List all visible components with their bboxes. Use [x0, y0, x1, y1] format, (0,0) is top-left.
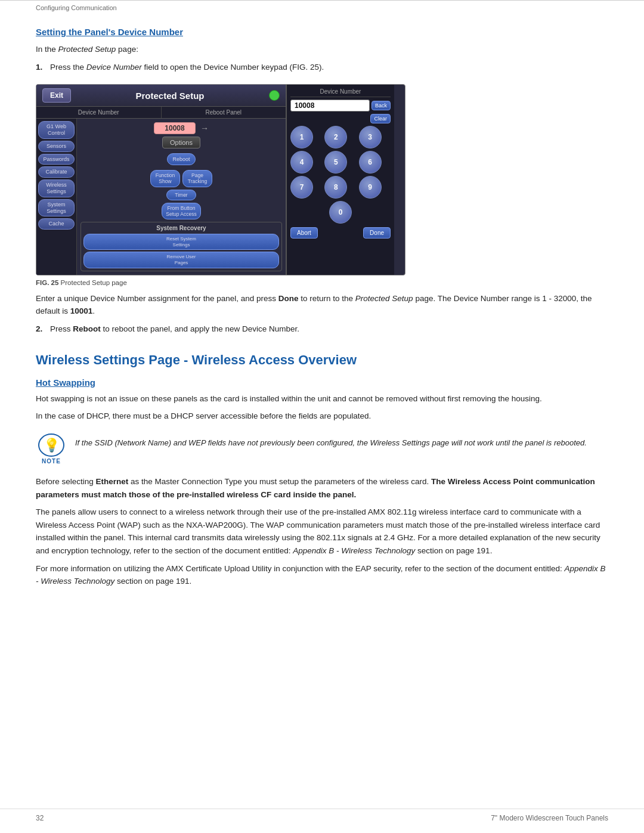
options-button[interactable]: Options [162, 137, 200, 148]
ps-main-area: 10008 → Options Reboot FunctionShow Pa [77, 119, 286, 274]
section2-para2: In the case of DHCP, there must be a DHC… [36, 410, 608, 423]
keypad-key-0[interactable]: 0 [329, 201, 352, 224]
note-box: 💡 NOTE If the SSID (Network Name) and WE… [36, 433, 608, 465]
keypad-key-5[interactable]: 5 [324, 151, 347, 174]
function-buttons-2: Timer [80, 190, 282, 200]
protected-setup-panel: Exit Protected Setup Device Number Reboo… [36, 85, 287, 274]
recovery-btn-remove[interactable]: Remove UserPages [83, 252, 279, 268]
sidebar-btn-sensors[interactable]: Sensors [38, 141, 75, 152]
system-recovery-title: System Recovery [83, 225, 279, 231]
note-icon-container: 💡 NOTE [36, 433, 67, 465]
section1-heading: Setting the Panel's Device Number [36, 27, 608, 37]
keypad-panel: Device Number 10008 Back Clear 1 2 3 4 5… [287, 85, 394, 274]
tab-reboot-panel[interactable]: Reboot Panel [162, 107, 286, 118]
sidebar-btn-passwords[interactable]: Passwords [38, 154, 75, 165]
footer-product-name: 7" Modero Widescreen Touch Panels [491, 814, 608, 822]
keypad-title: Device Number [290, 88, 391, 97]
arrow-icon: → [200, 123, 209, 133]
sidebar-btn-cache[interactable]: Cache [38, 218, 75, 230]
section2-para5: For more information on utilizing the AM… [36, 562, 608, 588]
step1-text: Press the Device Number field to open th… [50, 61, 324, 74]
note-text: If the SSID (Network Name) and WEP field… [75, 433, 587, 450]
ps-tabs: Device Number Reboot Panel [36, 107, 286, 119]
ui-screenshot: Exit Protected Setup Device Number Reboo… [36, 84, 405, 275]
step1-number: 1. [36, 61, 47, 74]
note-label: NOTE [42, 458, 61, 465]
function-buttons: FunctionShow PageTracking [80, 170, 282, 187]
keypad-display-row: 10008 Back [290, 100, 391, 112]
fig-caption-text: Protected Setup page [61, 279, 127, 286]
sidebar-btn-calibrate[interactable]: Calibrate [38, 166, 75, 178]
section1-intro: In the Protected Setup page: [36, 43, 608, 56]
keypad-number-grid: 1 2 3 4 5 6 7 8 9 [290, 126, 391, 199]
ps-sidebar: G1 WebControl Sensors Passwords Calibrat… [36, 119, 77, 274]
main-content: Setting the Panel's Device Number In the… [0, 15, 644, 617]
exit-button[interactable]: Exit [42, 88, 71, 103]
step2-text: Press Reboot to reboot the panel, and ap… [50, 323, 299, 336]
figure-25-container: Exit Protected Setup Device Number Reboo… [36, 84, 608, 286]
tab-device-number[interactable]: Device Number [36, 107, 162, 118]
sidebar-btn-wireless[interactable]: WirelessSettings [38, 179, 75, 197]
system-recovery-panel: System Recovery Reset SystemSettings Rem… [80, 222, 282, 271]
func-btn-page-tracking[interactable]: PageTracking [182, 170, 212, 187]
section2-para1: Hot swapping is not an issue on these pa… [36, 392, 608, 405]
keypad-display: 10008 [290, 100, 370, 112]
device-number-input[interactable]: 10008 [154, 122, 196, 134]
section2-para3: Before selecting Ethernet as the Master … [36, 475, 608, 501]
recovery-btn-reset[interactable]: Reset SystemSettings [83, 234, 279, 250]
func-btn-timer[interactable]: Timer [166, 190, 196, 200]
breadcrumb-text: Configuring Communication [36, 4, 117, 11]
keypad-key-1[interactable]: 1 [290, 126, 313, 148]
func-btn-setup-access[interactable]: From ButtonSetup Access [162, 203, 201, 219]
section1-body1: Enter a unique Device Number assignment … [36, 292, 608, 318]
page-footer: 32 7" Modero Widescreen Touch Panels [0, 809, 644, 822]
ps-title: Protected Setup [76, 91, 264, 101]
fig-number: FIG. 25 [36, 279, 58, 286]
keypad-abort-button[interactable]: Abort [290, 227, 318, 239]
keypad-clear-button[interactable]: Clear [370, 114, 391, 123]
keypad-key-4[interactable]: 4 [290, 151, 313, 174]
breadcrumb: Configuring Communication [0, 0, 644, 15]
keypad-key-8[interactable]: 8 [324, 176, 347, 199]
sidebar-btn-system[interactable]: SystemSettings [38, 199, 75, 217]
ps-body: G1 WebControl Sensors Passwords Calibrat… [36, 119, 286, 274]
reboot-button[interactable]: Reboot [167, 153, 195, 165]
step2-item: 2. Press Reboot to reboot the panel, and… [36, 323, 608, 336]
step1-item: 1. Press the Device Number field to open… [36, 61, 608, 74]
keypad-key-7[interactable]: 7 [290, 176, 313, 199]
keypad-back-button[interactable]: Back [371, 101, 391, 110]
section2-major-heading: Wireless Settings Page - Wireless Access… [36, 352, 608, 369]
green-status-dot [269, 90, 280, 101]
recovery-buttons: Reset SystemSettings Remove UserPages [83, 234, 279, 268]
footer-page-number: 32 [36, 814, 44, 822]
step2-number: 2. [36, 323, 47, 336]
ps-header: Exit Protected Setup [36, 85, 286, 107]
keypad-zero-row: 0 [290, 201, 391, 224]
section2-para4: The panels allow users to connect to a w… [36, 506, 608, 557]
bulb-icon: 💡 [44, 438, 60, 453]
note-icon-circle: 💡 [38, 433, 64, 457]
keypad-key-2[interactable]: 2 [324, 126, 347, 148]
keypad-key-6[interactable]: 6 [359, 151, 382, 174]
func-btn-function-show[interactable]: FunctionShow [150, 170, 180, 187]
keypad-done-button[interactable]: Done [363, 227, 391, 239]
function-buttons-3: From ButtonSetup Access [80, 203, 282, 219]
keypad-action-row: Abort Done [290, 227, 391, 239]
keypad-key-9[interactable]: 9 [359, 176, 382, 199]
section2-sub-heading: Hot Swapping [36, 377, 608, 388]
keypad-key-3[interactable]: 3 [359, 126, 382, 148]
device-number-row: 10008 → [80, 122, 282, 134]
figure-caption: FIG. 25 Protected Setup page [36, 279, 127, 286]
sidebar-btn-g1web[interactable]: G1 WebControl [38, 121, 75, 139]
